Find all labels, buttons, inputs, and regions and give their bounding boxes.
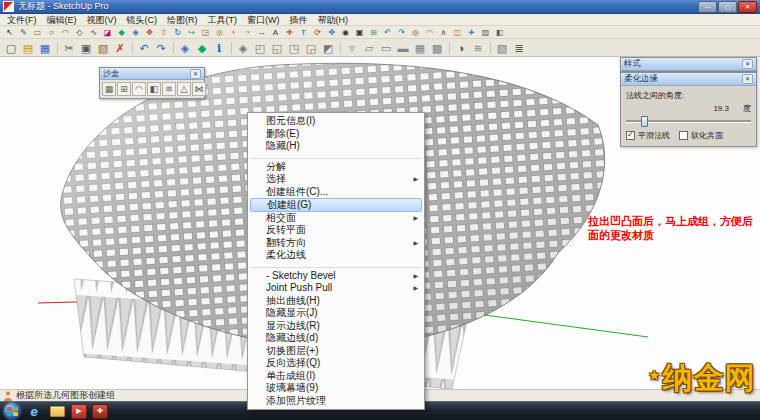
save-icon[interactable]: ▦ (37, 40, 53, 56)
soften-edges-titlebar[interactable]: 柔化边缘 ✕ (621, 73, 756, 86)
sandbox-stamp-icon[interactable]: ◧ (147, 82, 161, 96)
offset-icon[interactable]: ◎ (213, 26, 226, 39)
3d-text-icon[interactable]: T (297, 26, 310, 39)
walk-icon[interactable]: ∧ (437, 26, 450, 39)
menu-item[interactable]: Joint Push Pull ▶ (248, 282, 424, 295)
push-pull-icon[interactable]: ⇧ (157, 26, 170, 39)
freehand-icon[interactable]: ∿ (87, 26, 100, 39)
erase-icon[interactable]: ✗ (112, 40, 128, 56)
section-plane-icon[interactable]: ◫ (451, 26, 464, 39)
menu-item[interactable]: 反向选择(Q) (248, 357, 424, 370)
redo-icon[interactable]: ↷ (153, 40, 169, 56)
top-view-icon[interactable]: ◰ (252, 40, 268, 56)
rectangle-icon[interactable]: ▭ (31, 26, 44, 39)
text-icon[interactable]: A (269, 26, 282, 39)
cut-icon[interactable]: ✂ (61, 40, 77, 56)
sandbox-from-contours-icon[interactable]: ▦ (102, 82, 116, 96)
copy-icon[interactable]: ▣ (78, 40, 94, 56)
sandbox-add-detail-icon[interactable]: △ (177, 82, 191, 96)
slider-thumb[interactable] (641, 116, 648, 127)
start-button[interactable] (4, 403, 20, 419)
rotate-icon[interactable]: ↻ (171, 26, 184, 39)
menu-item[interactable]: 抽出曲线(H) (248, 295, 424, 308)
menu-bar-item[interactable]: 绘图(R) (162, 14, 203, 26)
sandbox-drape-icon[interactable]: ≋ (162, 82, 176, 96)
menu-bar-item[interactable]: 窗口(W) (242, 14, 285, 26)
minimize-button[interactable]: — (698, 1, 717, 13)
monochrome-mode-icon[interactable]: ▩ (429, 40, 445, 56)
pan-icon[interactable]: ✜ (325, 26, 338, 39)
menu-item[interactable]: 选择 ▶ (248, 173, 424, 186)
match-photo-icon[interactable]: ▧ (494, 40, 510, 56)
menu-item[interactable]: 玻璃幕墙(9) (248, 382, 424, 395)
model-info-icon[interactable]: ℹ (211, 40, 227, 56)
styles-panel-titlebar[interactable]: 样式 ✕ (621, 58, 756, 71)
menu-item[interactable]: 单击成组(I) (248, 370, 424, 383)
position-camera-icon[interactable]: ◎ (409, 26, 422, 39)
make-component-2-icon[interactable]: ◈ (177, 40, 193, 56)
left-view-icon[interactable]: ◩ (320, 40, 336, 56)
move-icon[interactable]: ✥ (143, 26, 156, 39)
menu-item[interactable]: 显示边线(R) (248, 320, 424, 333)
soften-edges-close-button[interactable]: ✕ (742, 74, 753, 84)
menu-item[interactable]: 隐藏边线(d) (248, 332, 424, 345)
soften-checkbox[interactable]: 软化共面 (679, 130, 723, 141)
menu-item[interactable]: 删除(E) (248, 128, 424, 141)
sandbox-palette-titlebar[interactable]: 沙盒 ✕ (100, 68, 204, 80)
angle-slider[interactable] (626, 116, 751, 125)
paint-bucket-2-icon[interactable]: ◆ (194, 40, 210, 56)
menu-item[interactable]: 柔化边线 (248, 249, 424, 262)
next-view-icon[interactable]: ↷ (395, 26, 408, 39)
menu-item[interactable]: 反转平面 (248, 224, 424, 237)
layers-icon[interactable]: ≣ (511, 40, 527, 56)
close-button[interactable]: ✕ (738, 1, 757, 13)
menu-bar-item[interactable]: 文件(F) (2, 14, 42, 26)
sandbox-smoove-icon[interactable]: ◠ (132, 82, 146, 96)
zoom-extents-icon[interactable]: ⊞ (367, 26, 380, 39)
menu-item[interactable]: 隐藏(H) (248, 140, 424, 153)
menu-item[interactable]: 创建组件(C)... (248, 186, 424, 199)
menu-item[interactable]: 切换图层(+) (248, 345, 424, 358)
menu-item[interactable]: 隐藏显示(J) (248, 307, 424, 320)
follow-me-icon[interactable]: ↪ (185, 26, 198, 39)
xray-mode-icon[interactable]: ▿ (344, 40, 360, 56)
paste-icon[interactable]: ▧ (95, 40, 111, 56)
scale-icon[interactable]: ◲ (199, 26, 212, 39)
download-manager-icon[interactable]: ✚ (92, 404, 108, 419)
open-icon[interactable]: ▤ (20, 40, 36, 56)
paint-bucket-icon[interactable]: ◆ (115, 26, 128, 39)
styles-toggle-icon[interactable]: ◧ (493, 26, 506, 39)
arc-icon[interactable]: ◠ (59, 26, 72, 39)
front-view-icon[interactable]: ◱ (269, 40, 285, 56)
hidden-line-mode-icon[interactable]: ▭ (378, 40, 394, 56)
menu-bar-item[interactable]: 镜头(C) (122, 14, 163, 26)
select-icon[interactable]: ↖ (3, 26, 16, 39)
maximize-button[interactable]: ▢ (718, 1, 737, 13)
photo-texture-icon[interactable]: ▨ (479, 26, 492, 39)
zoom-icon[interactable]: ◉ (339, 26, 352, 39)
shadows-icon[interactable]: ◑ (453, 40, 469, 56)
menu-bar-item[interactable]: 插件 (285, 14, 313, 26)
styles-panel-close-button[interactable]: ✕ (742, 59, 753, 69)
sandbox-close-button[interactable]: ✕ (190, 69, 201, 79)
explorer-folder-icon[interactable] (48, 403, 66, 419)
shaded-mode-icon[interactable]: ▬ (395, 40, 411, 56)
tape-measure-icon[interactable]: ⌖ (227, 26, 240, 39)
soften-checkbox[interactable]: 平滑法线 (626, 130, 670, 141)
add-location-icon[interactable]: ✈ (465, 26, 478, 39)
make-component-icon[interactable]: ◈ (129, 26, 142, 39)
sandbox-from-scratch-icon[interactable]: ⊞ (117, 82, 131, 96)
axes-icon[interactable]: ✛ (283, 26, 296, 39)
new-icon[interactable]: ▢ (3, 40, 19, 56)
wireframe-mode-icon[interactable]: ▱ (361, 40, 377, 56)
circle-icon[interactable]: ○ (45, 26, 58, 39)
media-player-icon[interactable]: ▶ (71, 404, 87, 419)
ie-icon[interactable]: e (25, 403, 43, 419)
menu-item[interactable]: - Sketchy Bevel ▶ (248, 270, 424, 283)
orbit-icon[interactable]: ⟳ (311, 26, 324, 39)
back-view-icon[interactable]: ◲ (303, 40, 319, 56)
look-around-icon[interactable]: ◠ (423, 26, 436, 39)
eraser-icon[interactable]: ◪ (101, 26, 114, 39)
menu-bar-item[interactable]: 工具(T) (203, 14, 243, 26)
line-icon[interactable]: ✎ (17, 26, 30, 39)
